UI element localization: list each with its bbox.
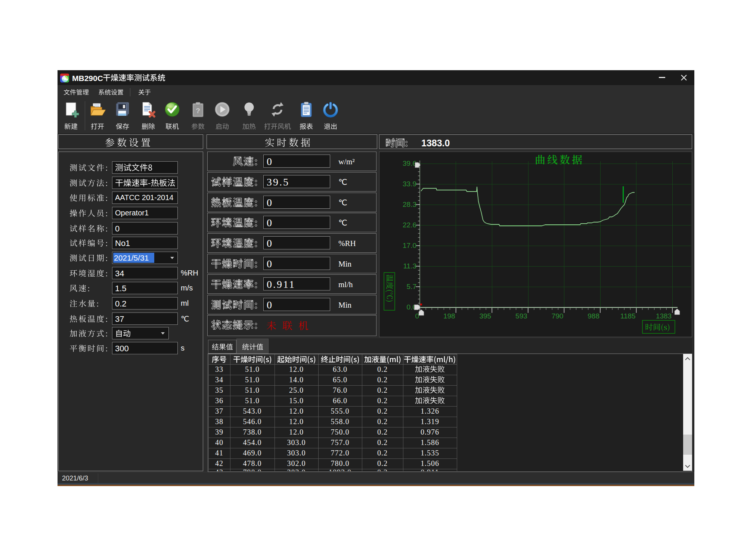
- svg-text:988: 988: [588, 312, 599, 320]
- svg-text:?: ?: [196, 107, 200, 115]
- svg-text:593: 593: [515, 312, 527, 320]
- svg-text:790: 790: [552, 312, 564, 320]
- svg-text:33.9: 33.9: [403, 180, 416, 188]
- svg-text:39.6: 39.6: [403, 159, 416, 167]
- svg-text:5.7: 5.7: [407, 283, 416, 290]
- svg-text:28.3: 28.3: [403, 200, 416, 208]
- svg-text:198: 198: [443, 312, 455, 320]
- svg-text:0: 0: [415, 312, 419, 320]
- svg-text:395: 395: [479, 312, 491, 320]
- svg-text:11.3: 11.3: [403, 262, 416, 270]
- svg-text:1185: 1185: [620, 312, 636, 320]
- svg-text:1383: 1383: [656, 312, 672, 320]
- svg-text:22.6: 22.6: [403, 221, 416, 229]
- svg-text:17.0: 17.0: [403, 242, 416, 249]
